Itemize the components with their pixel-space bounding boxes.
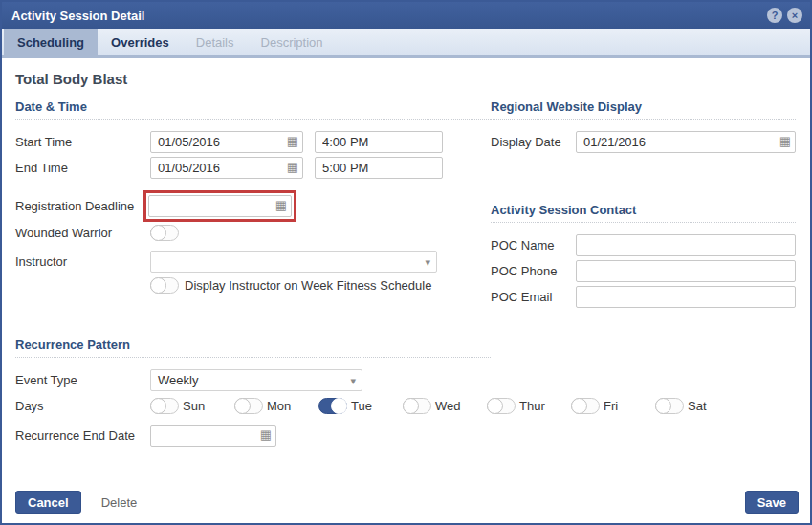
toggle-knob xyxy=(150,398,166,414)
start-time-row: Start Time ▦ xyxy=(15,131,491,153)
toggle-knob xyxy=(331,398,347,414)
wed-toggle[interactable] xyxy=(403,398,431,414)
mon-label: Mon xyxy=(267,399,291,413)
calendar-icon[interactable]: ▦ xyxy=(287,135,298,148)
poc-name-label: POC Name xyxy=(491,238,576,252)
dialog-title: Activity Session Detail xyxy=(11,9,144,23)
display-date-row: Display Date ▦ xyxy=(491,131,796,153)
poc-email-row: POC Email xyxy=(491,286,796,308)
regional-heading: Regional Website Display xyxy=(491,99,796,120)
day-item-wed: Wed xyxy=(403,398,487,414)
help-icon[interactable]: ? xyxy=(767,8,782,23)
tue-toggle[interactable] xyxy=(318,398,347,414)
mon-toggle[interactable] xyxy=(234,398,263,414)
event-type-row: Event Type Weekly ▾ xyxy=(15,369,491,391)
dialog-footer: Cancel Delete Save xyxy=(15,491,799,514)
toggle-knob xyxy=(487,398,503,414)
poc-email-label: POC Email xyxy=(491,290,576,304)
tab-details: Details xyxy=(183,29,248,55)
start-time-label: Start Time xyxy=(15,135,150,149)
start-date-input[interactable] xyxy=(150,131,303,153)
tab-description: Description xyxy=(248,29,337,55)
calendar-icon[interactable]: ▦ xyxy=(287,161,298,174)
tab-scheduling[interactable]: Scheduling xyxy=(4,29,98,55)
toggle-knob xyxy=(150,225,166,241)
close-icon[interactable]: × xyxy=(787,8,802,23)
display-instructor-row: Display Instructor on Week Fitness Sched… xyxy=(15,276,491,294)
end-date-input[interactable] xyxy=(150,157,303,179)
chevron-down-icon: ▾ xyxy=(350,371,356,391)
toggle-knob xyxy=(403,398,419,414)
display-date-label: Display Date xyxy=(491,135,576,149)
recurrence-end-field: ▦ xyxy=(150,425,276,447)
wounded-warrior-label: Wounded Warrior xyxy=(15,226,150,240)
registration-deadline-label: Registration Deadline xyxy=(15,199,150,213)
poc-name-row: POC Name xyxy=(491,234,796,256)
date-time-heading: Date & Time xyxy=(15,99,491,120)
thur-toggle[interactable] xyxy=(487,398,516,414)
left-column: Date & Time Start Time ▦ End Time ▦ xyxy=(15,99,491,447)
activity-session-detail-dialog: Activity Session Detail ? × Scheduling O… xyxy=(0,0,812,525)
day-item-tue: Tue xyxy=(318,398,403,414)
save-button[interactable]: Save xyxy=(745,491,799,514)
recurrence-end-label: Recurrence End Date xyxy=(15,428,150,443)
recurrence-pattern-heading: Recurrence Pattern xyxy=(15,338,491,358)
display-instructor-toggle-label: Display Instructor on Week Fitness Sched… xyxy=(185,278,431,293)
dialog-content: Total Body Blast Date & Time Start Time … xyxy=(2,58,810,447)
toggle-knob xyxy=(571,398,587,414)
cancel-button[interactable]: Cancel xyxy=(15,491,81,514)
event-type-value: Weekly xyxy=(158,373,198,387)
red-highlight-annotation: ▦ xyxy=(143,190,296,222)
contact-heading: Activity Session Contact xyxy=(491,203,796,223)
toggle-knob xyxy=(234,398,251,414)
tab-bar: Scheduling Overrides Details Description xyxy=(2,29,810,58)
display-date-input[interactable] xyxy=(576,131,796,153)
calendar-icon[interactable]: ▦ xyxy=(779,135,791,148)
registration-deadline-field: ▦ xyxy=(148,195,292,217)
calendar-icon[interactable]: ▦ xyxy=(275,199,287,212)
day-item-mon: Mon xyxy=(234,398,318,414)
toggle-knob xyxy=(655,398,671,414)
registration-deadline-row: Registration Deadline ▦ xyxy=(15,190,491,222)
display-instructor-toggle[interactable] xyxy=(150,277,179,294)
end-date-field: ▦ xyxy=(150,157,303,179)
sun-label: Sun xyxy=(183,399,205,413)
page-title: Total Body Blast xyxy=(15,71,796,87)
tue-label: Tue xyxy=(351,399,372,413)
wounded-warrior-toggle[interactable] xyxy=(150,225,179,241)
event-type-label: Event Type xyxy=(15,373,150,387)
delete-button[interactable]: Delete xyxy=(101,495,138,510)
poc-phone-label: POC Phone xyxy=(491,264,576,278)
end-time-input[interactable] xyxy=(315,157,443,179)
poc-phone-row: POC Phone xyxy=(491,260,796,282)
wed-label: Wed xyxy=(435,399,461,413)
wounded-warrior-row: Wounded Warrior xyxy=(15,224,491,241)
recurrence-end-input[interactable] xyxy=(150,425,276,447)
start-time-input[interactable] xyxy=(315,131,443,153)
fri-toggle[interactable] xyxy=(571,398,600,414)
recurrence-end-row: Recurrence End Date ▦ xyxy=(15,425,491,447)
poc-email-input[interactable] xyxy=(576,286,796,308)
poc-phone-input[interactable] xyxy=(576,260,796,282)
start-date-field: ▦ xyxy=(150,131,303,153)
tab-overrides[interactable]: Overrides xyxy=(98,29,183,55)
sat-toggle[interactable] xyxy=(655,398,684,414)
dialog-titlebar: Activity Session Detail ? × xyxy=(2,2,810,29)
right-column: Regional Website Display Display Date ▦ … xyxy=(491,99,796,447)
end-time-label: End Time xyxy=(15,161,150,175)
day-item-sun: Sun xyxy=(150,398,234,414)
titlebar-icons: ? × xyxy=(762,8,802,23)
chevron-down-icon: ▾ xyxy=(425,252,430,273)
event-type-dropdown[interactable]: Weekly ▾ xyxy=(150,369,362,391)
registration-deadline-input[interactable] xyxy=(148,195,292,217)
poc-name-input[interactable] xyxy=(576,234,796,256)
display-date-field: ▦ xyxy=(576,131,796,153)
instructor-dropdown[interactable]: ▾ xyxy=(150,251,437,273)
instructor-label: Instructor xyxy=(15,254,150,269)
sun-toggle[interactable] xyxy=(150,398,179,414)
days-label: Days xyxy=(15,399,150,413)
instructor-row: Instructor ▾ xyxy=(15,251,491,273)
calendar-icon[interactable]: ▦ xyxy=(260,428,272,442)
end-time-row: End Time ▦ xyxy=(15,157,491,179)
toggle-knob xyxy=(150,277,166,294)
